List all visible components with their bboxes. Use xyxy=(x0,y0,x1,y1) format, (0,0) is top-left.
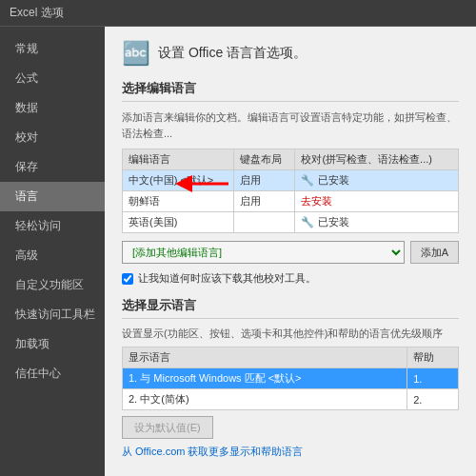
edit-language-section: 选择编辑语言 添加语言来编辑你的文档。编辑语言可设置语言特定功能，如拼写检查、语… xyxy=(122,80,459,286)
edit-section-desc: 添加语言来编辑你的文档。编辑语言可设置语言特定功能，如拼写检查、语法检查... xyxy=(122,109,459,141)
sidebar-item-save[interactable]: 保存 xyxy=(0,152,105,182)
edit-lang-row[interactable]: 英语(美国)🔧 已安装 xyxy=(123,212,459,233)
main-container: 常规公式数据校对保存语言轻松访问高级自定义功能区快速访问工具栏加载项信任中心 🔤… xyxy=(0,27,476,476)
proofing-notify-row: 让我知道何时应该下载其他校对工具。 xyxy=(122,271,459,286)
sidebar-item-general[interactable]: 常规 xyxy=(0,34,105,64)
display-lang-row[interactable]: 1. 与 Microsoft Windows 匹配 <默认>1. xyxy=(123,368,459,389)
edit-lang-row[interactable]: 朝鲜语启用去安装 xyxy=(123,191,459,212)
edit-section-title: 选择编辑语言 xyxy=(122,80,459,102)
header-title: 设置 Office 语言首选项。 xyxy=(158,45,307,62)
bottom-row: 设为默认值(E) xyxy=(122,416,459,439)
display-section-desc: 设置显示(功能区、按钮、选项卡和其他控件)和帮助的语言优先级顺序 xyxy=(122,327,459,341)
sidebar-item-customize[interactable]: 自定义功能区 xyxy=(0,270,105,300)
display-language-section: 选择显示语言 设置显示(功能区、按钮、选项卡和其他控件)和帮助的语言优先级顺序 … xyxy=(122,297,459,459)
display-language-table: 显示语言 帮助 1. 与 Microsoft Windows 匹配 <默认>1.… xyxy=(122,347,459,410)
display-lang-row[interactable]: 2. 中文(简体)2. xyxy=(123,389,459,410)
sidebar-item-accessibility[interactable]: 轻松访问 xyxy=(0,211,105,241)
sidebar-item-data[interactable]: 数据 xyxy=(0,93,105,123)
col-proofing: 校对(拼写检查、语法检查...) xyxy=(295,149,459,170)
display-section-title: 选择显示语言 xyxy=(122,297,459,319)
add-language-dropdown[interactable]: [添加其他编辑语言] xyxy=(122,241,405,264)
add-language-button[interactable]: 添加A xyxy=(410,241,459,264)
sidebar: 常规公式数据校对保存语言轻松访问高级自定义功能区快速访问工具栏加载项信任中心 xyxy=(0,27,105,476)
col-keyboard: 键盘布局 xyxy=(233,149,295,170)
edit-lang-row[interactable]: 中文(中国) <默认>启用🔧 已安装 xyxy=(123,170,459,191)
sidebar-item-proofing[interactable]: 校对 xyxy=(0,123,105,152)
arrow-annotation xyxy=(176,168,228,204)
edit-language-table: 编辑语言 键盘布局 校对(拼写检查、语法检查...) 中文(中国) <默认>启用… xyxy=(122,149,459,233)
col-help: 帮助 xyxy=(407,347,459,368)
content-header: 🔤 设置 Office 语言首选项。 xyxy=(122,40,459,67)
content-area: 🔤 设置 Office 语言首选项。 选择编辑语言 添加语言来编辑你的文档。编辑… xyxy=(105,27,476,476)
sidebar-item-formula[interactable]: 公式 xyxy=(0,64,105,93)
set-default-button[interactable]: 设为默认值(E) xyxy=(122,416,213,439)
sidebar-item-addins[interactable]: 加载项 xyxy=(0,329,105,359)
add-language-row: [添加其他编辑语言] 添加A xyxy=(122,241,459,264)
sidebar-item-language[interactable]: 语言 xyxy=(0,182,105,211)
title-text: Excel 选项 xyxy=(10,5,64,21)
help-link[interactable]: 从 Office.com 获取更多显示和帮助语言 xyxy=(122,445,459,459)
sidebar-item-quickaccess[interactable]: 快速访问工具栏 xyxy=(0,300,105,329)
proofing-notify-checkbox[interactable] xyxy=(122,273,133,285)
proofing-notify-label: 让我知道何时应该下载其他校对工具。 xyxy=(138,271,316,286)
col-display-lang: 显示语言 xyxy=(123,347,407,368)
sidebar-item-advanced[interactable]: 高级 xyxy=(0,241,105,270)
title-bar: Excel 选项 xyxy=(0,0,476,27)
header-icon: 🔤 xyxy=(122,40,150,67)
sidebar-item-trust[interactable]: 信任中心 xyxy=(0,359,105,388)
